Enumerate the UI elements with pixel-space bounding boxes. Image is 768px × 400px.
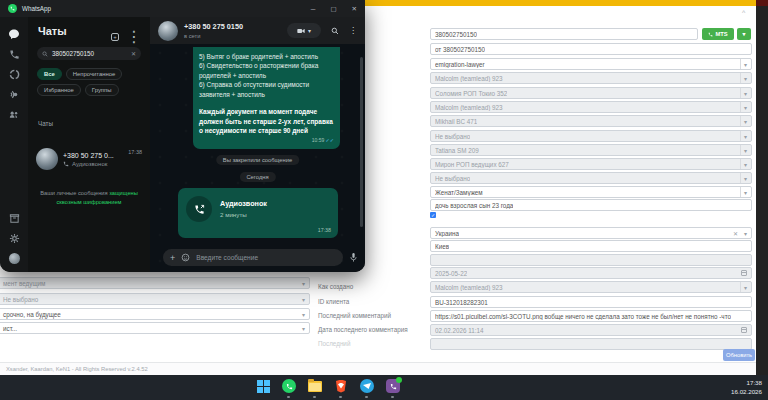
scrollbar[interactable] <box>360 57 363 227</box>
system-clock[interactable]: 17:38 16.02.2026 <box>731 378 762 396</box>
checkbox-checked[interactable]: ✓ <box>430 212 436 218</box>
brave-browser-icon[interactable] <box>333 378 349 394</box>
country-select[interactable]: Украина✕▾ <box>430 227 752 239</box>
manager-select[interactable]: Мирон РОП ведущих 627▾ <box>430 158 752 170</box>
manager-select[interactable]: Tatiana SM 209▾ <box>430 144 752 156</box>
chat-time: 17:38 <box>128 149 142 155</box>
chevron-down-icon: ▾ <box>740 73 747 83</box>
maximize-button[interactable]: ▢ <box>330 5 336 13</box>
filter-groups[interactable]: Группы <box>85 84 119 96</box>
video-call-button[interactable]: ▾ <box>287 23 321 38</box>
left-field-fragment[interactable]: ист...▾ <box>0 322 310 334</box>
file-explorer-icon[interactable] <box>307 378 323 394</box>
encryption-note: Ваши личные сообщения защищены сквозным … <box>36 189 142 206</box>
chevron-down-icon: ▾ <box>740 159 747 169</box>
filter-favorites[interactable]: Избранное <box>37 84 81 96</box>
chats-title: Чаты <box>38 25 67 37</box>
last-comment-field[interactable]: https://s01.piculbel.com/sl-3COTU.png во… <box>430 310 752 322</box>
taskbar: 17:38 16.02.2026 <box>0 375 768 400</box>
tray-time: 17:38 <box>731 378 762 387</box>
chats-tab-icon[interactable] <box>8 28 20 40</box>
message-composer[interactable]: + Введите сообщение <box>163 249 343 266</box>
manager-select[interactable]: Соломия РОП Токио 352▾ <box>430 87 752 99</box>
emoji-icon[interactable] <box>181 253 190 262</box>
chats-panel: Чаты + ⋮ 380502750150 ✕ Все Непрочитанно… <box>28 17 150 272</box>
search-icon[interactable] <box>331 27 339 35</box>
empty-field[interactable] <box>430 338 752 350</box>
whatsapp-titlebar: WhatsApp ─ ▢ ✕ <box>0 0 365 17</box>
collapse-icon[interactable]: ^ <box>742 9 745 16</box>
client-id-field[interactable]: BU-312018282301 <box>430 296 752 308</box>
menu-kebab-icon[interactable]: ⋮ <box>126 27 142 46</box>
chat-list-item[interactable]: +380 50 275 0... Аудиозвонок 17:38 <box>32 143 146 175</box>
update-button[interactable]: Обновить <box>723 349 755 361</box>
date-divider: Сегодня <box>239 172 275 182</box>
children-field[interactable]: дочь взрослая сын 23 года <box>430 199 752 211</box>
viber-icon[interactable] <box>385 378 401 394</box>
desktop: ^ 380502750150 MTS ▾ от 380502750150 emi… <box>0 0 768 400</box>
filter-all[interactable]: Все <box>37 68 62 80</box>
communities-tab-icon[interactable] <box>8 109 20 120</box>
calls-tab-icon[interactable] <box>9 49 20 60</box>
outgoing-message[interactable]: 5) Вытяг о браке родителей + апостиль 6)… <box>193 47 340 149</box>
audio-call-icon <box>186 196 212 222</box>
archived-icon[interactable] <box>9 213 20 224</box>
empty-select[interactable]: Не выбрано▾ <box>430 172 752 184</box>
created-by-select[interactable]: Malcolm (teamlead) 923▾ <box>430 281 752 293</box>
mic-icon[interactable] <box>349 252 358 263</box>
phone-icon <box>708 32 713 37</box>
left-field-fragment[interactable]: мент ведущим▾ <box>0 277 310 289</box>
marital-status-select[interactable]: Женат/Замужем▾ <box>430 186 752 198</box>
chevron-down-icon: ▾ <box>740 59 747 69</box>
left-field-fragment[interactable]: срочно, на будущее▾ <box>0 308 310 320</box>
read-receipt-icon: ✓✓ <box>326 137 334 143</box>
phone-field[interactable]: 380502750150 <box>430 28 698 40</box>
channels-tab-icon[interactable] <box>9 89 20 100</box>
clear-icon[interactable]: ✕ <box>733 230 738 237</box>
call-options-button[interactable]: ▾ <box>737 28 751 40</box>
menu-kebab-icon[interactable]: ⋮ <box>349 26 357 35</box>
whatsapp-window: WhatsApp ─ ▢ ✕ Чаты + ⋮ <box>0 0 365 272</box>
whatsapp-taskbar-icon[interactable] <box>281 378 297 394</box>
chevron-down-icon: ▾ <box>740 282 747 292</box>
city-field[interactable]: Киев <box>430 240 752 252</box>
new-chat-icon[interactable]: + <box>111 33 119 41</box>
close-button[interactable]: ✕ <box>352 5 357 13</box>
call-duration: 2 минуты <box>220 211 267 218</box>
chat-avatar <box>36 148 58 170</box>
last-comment-date-field[interactable]: 02.02.2026 11:14 <box>430 324 752 336</box>
call-message[interactable]: Аудиозвонок 2 минуты 17:38 <box>178 188 338 238</box>
notification-badge <box>396 377 402 383</box>
search-input[interactable]: 380502750150 ✕ <box>37 47 141 60</box>
chevron-down-icon: ▾ <box>740 187 747 197</box>
settings-gear-icon[interactable] <box>9 233 20 244</box>
chevron-down-icon: ▾ <box>740 145 747 155</box>
minimize-button[interactable]: ─ <box>311 5 316 13</box>
source-field[interactable]: от 380502750150 <box>430 43 752 55</box>
start-button[interactable] <box>255 378 271 394</box>
empty-field[interactable] <box>430 254 752 266</box>
call-button[interactable]: MTS <box>702 28 734 40</box>
status-tab-icon[interactable] <box>9 69 20 80</box>
manager-select[interactable]: Mikhail BC 471▾ <box>430 115 752 127</box>
contact-status: в сети <box>184 33 243 39</box>
contact-avatar[interactable] <box>158 21 178 41</box>
tag-select[interactable]: emigration-lawyer▾ <box>430 58 752 70</box>
chevron-down-icon: ▾ <box>302 280 305 287</box>
attach-icon[interactable]: + <box>170 253 175 263</box>
left-field-fragment[interactable]: Не выбрано▾ <box>0 293 310 305</box>
date-field[interactable]: 2025-05-22 <box>430 267 752 279</box>
chevron-down-icon: ▾ <box>302 325 305 332</box>
whatsapp-nav-rail <box>0 17 28 272</box>
profile-avatar[interactable] <box>9 253 20 264</box>
manager-select[interactable]: Malcolm (teamlead) 923▾ <box>430 72 752 84</box>
manager-select[interactable]: Malcolm (teamlead) 923▾ <box>430 101 752 113</box>
message-time: 10:59 <box>312 137 325 143</box>
chevron-down-icon: ▾ <box>740 116 747 126</box>
filter-unread[interactable]: Непрочитанное <box>66 68 122 80</box>
calendar-icon <box>741 270 747 276</box>
telegram-icon[interactable] <box>359 378 375 394</box>
field-label: Как создано <box>318 283 353 290</box>
empty-select[interactable]: Не выбрано▾ <box>430 130 752 142</box>
clear-search-icon[interactable]: ✕ <box>131 50 136 57</box>
